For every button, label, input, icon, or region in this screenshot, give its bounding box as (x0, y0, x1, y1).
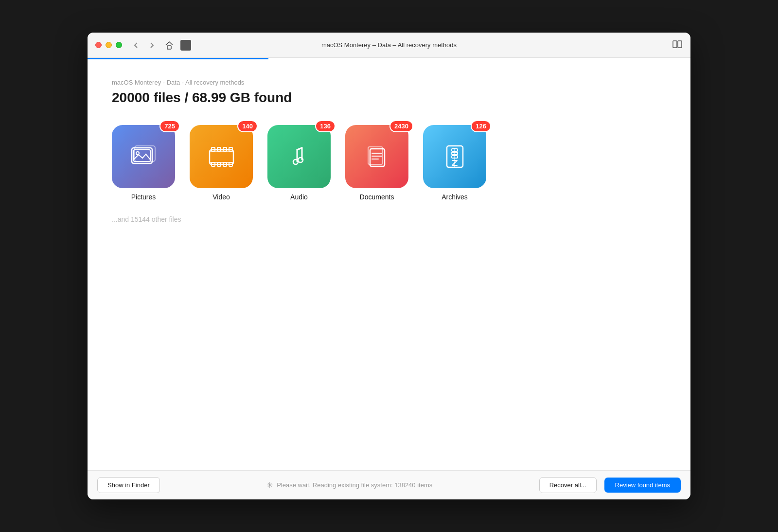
svg-rect-0 (167, 46, 171, 49)
stop-button[interactable] (180, 40, 191, 51)
audio-icon-wrap: 136 (267, 125, 331, 188)
status-message: Please wait. Reading existing file syste… (277, 481, 432, 489)
main-window: macOS Monterey – Data – All recovery met… (88, 33, 690, 499)
svg-rect-1 (673, 41, 677, 48)
show-in-finder-button[interactable]: Show in Finder (97, 477, 160, 493)
home-button[interactable] (163, 39, 176, 52)
pictures-label: Pictures (131, 193, 156, 201)
audio-badge: 136 (315, 120, 336, 132)
forward-button[interactable] (145, 39, 158, 52)
nav-buttons (130, 39, 158, 52)
category-audio[interactable]: 136 Audio (267, 125, 331, 201)
documents-label: Documents (360, 193, 394, 201)
svg-rect-4 (134, 150, 150, 161)
titlebar: macOS Monterey – Data – All recovery met… (88, 33, 690, 58)
categories-grid: 725 Pictures 140 (112, 125, 666, 201)
recover-all-button[interactable]: Recover all... (539, 477, 597, 493)
breadcrumb: macOS Monterey - Data - All recovery met… (112, 79, 666, 86)
close-button[interactable] (95, 42, 102, 48)
bottom-bar: Show in Finder ✳ Please wait. Reading ex… (88, 470, 690, 499)
found-title: 20000 files / 68.99 GB found (112, 90, 666, 106)
video-icon-wrap: 140 (190, 125, 253, 188)
category-pictures[interactable]: 725 Pictures (112, 125, 175, 201)
documents-icon-wrap: 2430 (345, 125, 408, 188)
review-found-items-button[interactable]: Review found items (604, 478, 681, 493)
reader-button[interactable] (672, 39, 683, 52)
archives-badge: 126 (471, 120, 491, 132)
documents-badge: 2430 (389, 120, 413, 132)
svg-rect-2 (678, 41, 682, 48)
category-documents[interactable]: 2430 Documents (345, 125, 408, 201)
minimize-button[interactable] (106, 42, 112, 48)
archives-label: Archives (442, 193, 468, 201)
back-button[interactable] (130, 39, 142, 52)
audio-label: Audio (290, 193, 308, 201)
video-badge: 140 (237, 120, 258, 132)
archives-icon-wrap: 126 (423, 125, 486, 188)
other-files-label: ...and 15144 other files (112, 215, 666, 223)
category-video[interactable]: 140 (190, 125, 253, 201)
pictures-icon-wrap: 725 (112, 125, 175, 188)
category-archives[interactable]: 126 Archives (423, 125, 486, 201)
pictures-badge: 725 (159, 120, 180, 132)
status-area: ✳ Please wait. Reading existing file sys… (168, 480, 531, 490)
main-content: macOS Monterey - Data - All recovery met… (88, 59, 690, 470)
traffic-lights (95, 42, 122, 48)
loading-spinner: ✳ (266, 480, 273, 490)
maximize-button[interactable] (116, 42, 122, 48)
video-label: Video (212, 193, 230, 201)
window-title: macOS Monterey – Data – All recovery met… (321, 41, 457, 49)
